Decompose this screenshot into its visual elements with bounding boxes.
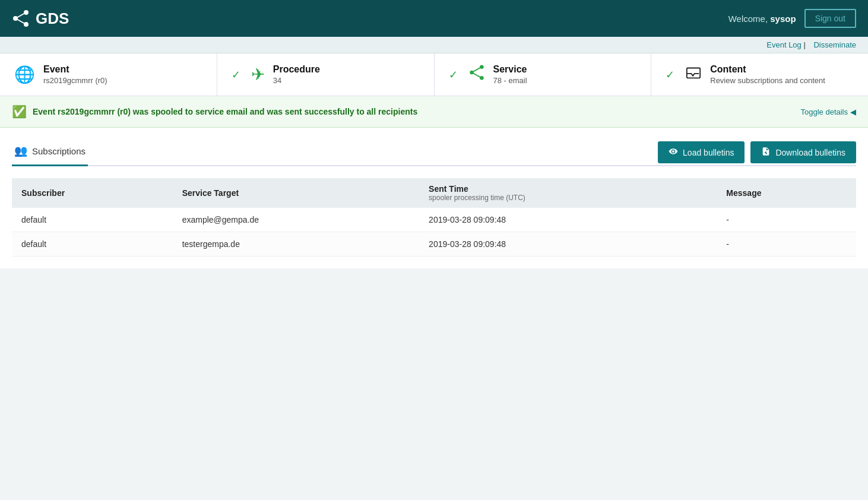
toggle-details-link[interactable]: Toggle details ◀ [801,107,857,116]
subscriptions-table: Subscriber Service Target Sent Time spoo… [12,178,856,257]
col-header-subscriber: Subscriber [12,178,173,208]
cell-message-0: - [717,208,856,232]
header-right: Welcome, sysop Sign out [728,9,856,28]
top-nav: Event Log | Disseminate [0,37,868,53]
step-content-subtitle: Review subscriptions and content [710,76,825,85]
eye-icon [669,147,678,158]
steps-bar: 🌐 Event rs2019gcmmrr (r0) ✓ ✈ Procedure … [0,53,868,96]
step-procedure-title: Procedure [273,64,320,75]
step-service-text: Service 78 - email [493,64,527,85]
action-buttons: Load bulletins Download bulletins [658,141,856,163]
welcome-message: Welcome, sysop [728,14,796,24]
step-service-check: ✓ [449,68,458,81]
people-icon: 👥 [14,144,27,157]
share-logo-icon [12,10,30,27]
app-title: GDS [36,10,69,28]
globe-icon: 🌐 [14,65,35,84]
step-procedure-subtitle: 34 [273,76,320,85]
step-procedure-text: Procedure 34 [273,64,320,85]
table-row: default example@gempa.de 2019-03-28 09:0… [12,208,856,232]
success-banner: ✅ Event rs2019gcmmrr (r0) was spooled to… [0,96,868,128]
step-procedure[interactable]: ✓ ✈ Procedure 34 [217,53,435,96]
download-bulletins-button[interactable]: Download bulletins [750,141,856,163]
table-row: default testergempa.de 2019-03-28 09:09:… [12,232,856,257]
step-event[interactable]: 🌐 Event rs2019gcmmrr (r0) [0,53,217,96]
app-header: GDS Welcome, sysop Sign out [0,0,868,37]
svg-line-9 [471,72,481,78]
step-content-check: ✓ [666,68,674,81]
nav-separator: | [803,40,805,49]
step-procedure-check: ✓ [232,68,240,81]
cell-service-target-0: example@gempa.de [173,208,419,232]
svg-line-4 [15,18,26,24]
col-header-message: Message [717,178,856,208]
service-share-icon [468,64,485,85]
sign-out-button[interactable]: Sign out [804,9,856,28]
step-content[interactable]: ✓ Content Review subscriptions and conte… [651,53,868,96]
file-download-icon [761,147,771,158]
success-message: Event rs2019gcmmrr (r0) was spooled to s… [33,107,417,116]
col-header-service-target: Service Target [173,178,419,208]
cell-sent-time-0: 2019-03-28 09:09:48 [419,208,717,232]
cell-subscriber-1: default [12,232,173,257]
success-check-icon: ✅ [12,105,27,119]
tabs-bar: 👥 Subscriptions Load bulletins Download [12,140,856,166]
load-bulletins-button[interactable]: Load bulletins [658,141,745,163]
subscriptions-tab-label: Subscriptions [32,146,85,156]
cell-subscriber-0: default [12,208,173,232]
cell-message-1: - [717,232,856,257]
subscriptions-tab[interactable]: 👥 Subscriptions [12,140,88,166]
table-header-row: Subscriber Service Target Sent Time spoo… [12,178,856,208]
disseminate-link[interactable]: Disseminate [813,40,856,49]
cell-service-target-1: testergempa.de [173,232,419,257]
main-content: 👥 Subscriptions Load bulletins Download [0,128,868,268]
svg-line-8 [471,67,481,72]
step-content-text: Content Review subscriptions and content [710,64,825,85]
step-service-title: Service [493,64,527,75]
step-service-subtitle: 78 - email [493,76,527,85]
inbox-icon [685,64,702,85]
svg-line-3 [15,12,26,18]
event-log-link[interactable]: Event Log [766,40,802,49]
success-banner-left: ✅ Event rs2019gcmmrr (r0) was spooled to… [12,105,417,119]
cell-sent-time-1: 2019-03-28 09:09:48 [419,232,717,257]
step-event-title: Event [43,64,107,75]
step-event-subtitle: rs2019gcmmrr (r0) [43,76,107,85]
logo-area: GDS [12,10,69,28]
step-content-title: Content [710,64,825,75]
step-service[interactable]: ✓ Service 78 - email [435,53,652,96]
toggle-details-icon: ◀ [850,107,856,116]
paper-plane-icon: ✈ [251,65,265,84]
col-header-sent-time: Sent Time spooler processing time (UTC) [419,178,717,208]
step-event-text: Event rs2019gcmmrr (r0) [43,64,107,85]
